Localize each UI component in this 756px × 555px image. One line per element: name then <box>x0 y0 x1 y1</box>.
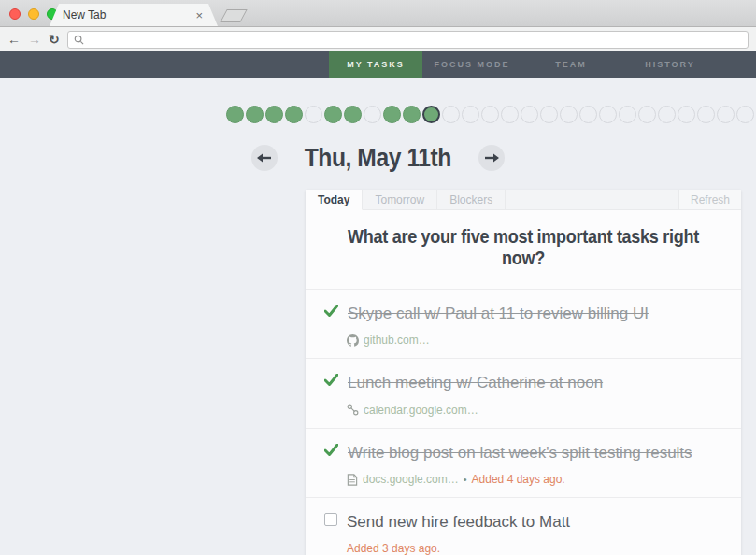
browser-toolbar: ← → ↻ <box>0 27 756 51</box>
day-dot[interactable] <box>305 106 322 123</box>
document-icon <box>347 474 358 486</box>
link-icon <box>347 404 359 416</box>
day-dot[interactable] <box>579 106 597 123</box>
browser-tab[interactable]: New Tab × <box>50 4 218 26</box>
tab-today[interactable]: Today <box>306 190 363 210</box>
prev-day-button[interactable] <box>251 145 278 171</box>
forward-icon: → <box>28 33 41 46</box>
day-dot[interactable] <box>246 106 264 123</box>
task-added-label: Added 4 days ago. <box>472 473 565 486</box>
day-dot[interactable] <box>403 106 421 123</box>
address-bar[interactable] <box>67 31 749 49</box>
tab-tomorrow[interactable]: Tomorrow <box>363 190 437 209</box>
date-nav: Thu, May 11th <box>0 140 756 176</box>
day-dot[interactable] <box>540 106 558 123</box>
day-dot[interactable] <box>324 106 342 123</box>
day-dot[interactable] <box>736 106 754 123</box>
window-controls <box>9 8 58 20</box>
day-dot[interactable] <box>521 106 538 123</box>
window-close-icon[interactable] <box>9 8 21 20</box>
day-dot[interactable] <box>344 106 362 123</box>
refresh-button[interactable]: Refresh <box>678 190 741 209</box>
nav-item-history[interactable]: HISTORY <box>620 51 720 78</box>
nav-item-my-tasks[interactable]: MY TASKS <box>329 51 422 78</box>
day-dot[interactable] <box>599 106 617 123</box>
day-dot[interactable] <box>560 106 578 123</box>
new-tab-button[interactable] <box>220 9 247 22</box>
github-icon <box>347 334 359 347</box>
task-link[interactable]: github.com… <box>364 334 430 347</box>
arrow-right-icon <box>484 152 499 164</box>
task-link[interactable]: calendar.google.com… <box>364 404 478 417</box>
task-checkbox[interactable] <box>324 513 337 526</box>
day-dot[interactable] <box>442 106 460 123</box>
panel-question: What are your five most important tasks … <box>306 210 741 290</box>
progress-dots <box>0 106 756 124</box>
task-row: Send new hire feedback to Matt Added 3 d… <box>306 498 741 555</box>
date-title: Thu, May 11th <box>305 143 451 173</box>
task-row: Skype call w/ Paul at 11 to review billi… <box>306 290 741 359</box>
nav-item-team[interactable]: TEAM <box>521 51 620 78</box>
day-dot[interactable] <box>697 106 715 123</box>
day-dot[interactable] <box>285 106 303 123</box>
day-dot[interactable] <box>265 106 283 123</box>
check-icon[interactable] <box>324 444 338 456</box>
task-link[interactable]: docs.google.com… <box>363 473 459 486</box>
task-panel: Today Tomorrow Blockers Refresh What are… <box>306 190 741 555</box>
day-dot[interactable] <box>678 106 695 123</box>
task-title[interactable]: Skype call w/ Paul at 11 to review billi… <box>348 302 649 326</box>
arrow-left-icon <box>257 152 272 164</box>
task-title[interactable]: Write blog post on last week's split tes… <box>348 441 692 465</box>
tab-blockers[interactable]: Blockers <box>437 190 506 209</box>
day-dot[interactable] <box>364 106 381 123</box>
nav-item-focus-mode[interactable]: FOCUS MODE <box>422 51 521 78</box>
window-minimize-icon[interactable] <box>28 8 39 20</box>
task-row: Write blog post on last week's split tes… <box>306 429 741 498</box>
day-dot[interactable] <box>481 106 499 123</box>
task-row: Lunch meeting w/ Catherine at noon calen… <box>306 359 741 428</box>
day-dot[interactable] <box>638 106 656 123</box>
day-dot[interactable] <box>658 106 676 123</box>
next-day-button[interactable] <box>478 145 505 171</box>
day-dot[interactable] <box>383 106 401 123</box>
day-dot-current[interactable] <box>422 106 440 123</box>
day-dot[interactable] <box>226 106 244 123</box>
search-icon <box>74 35 84 45</box>
day-dot[interactable] <box>717 106 735 123</box>
tab-close-icon[interactable]: × <box>193 8 205 22</box>
back-icon[interactable]: ← <box>7 33 21 46</box>
task-added-label: Added 3 days ago. <box>347 542 440 555</box>
browser-titlebar: New Tab × <box>0 0 756 27</box>
meta-bullet: • <box>464 474 467 485</box>
app-nav-bar: MY TASKS FOCUS MODE TEAM HISTORY <box>0 51 756 78</box>
check-icon[interactable] <box>324 305 338 317</box>
reload-icon[interactable]: ↻ <box>49 33 60 46</box>
day-dot[interactable] <box>462 106 479 123</box>
check-icon[interactable] <box>324 374 338 386</box>
day-dot[interactable] <box>619 106 636 123</box>
panel-tab-bar: Today Tomorrow Blockers Refresh <box>306 190 741 210</box>
day-dot[interactable] <box>501 106 519 123</box>
task-title[interactable]: Send new hire feedback to Matt <box>347 510 570 534</box>
task-title[interactable]: Lunch meeting w/ Catherine at noon <box>348 371 603 395</box>
browser-tab-title: New Tab <box>63 8 193 21</box>
